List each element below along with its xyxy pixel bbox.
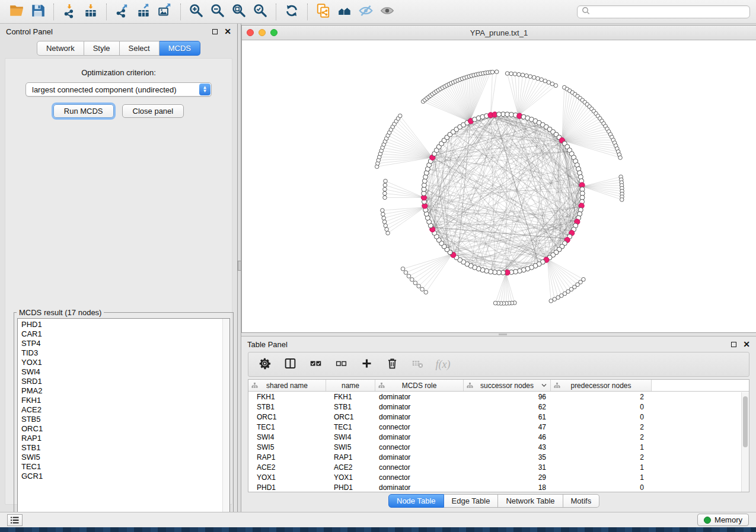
mcds-result-item[interactable]: RAP1	[18, 434, 222, 443]
cell-pred: 0	[551, 403, 652, 411]
zoom-out-button[interactable]	[207, 2, 228, 21]
search-box[interactable]	[577, 5, 750, 18]
network-graph[interactable]	[242, 40, 756, 332]
application-window: Control Panel ✕ NetworkStyleSelectMCDS O…	[0, 0, 756, 527]
mcds-result-item[interactable]: YOX1	[18, 358, 222, 367]
table-row[interactable]: ACE2ACE2connector311	[248, 462, 749, 472]
close-window-icon[interactable]	[247, 29, 254, 36]
zoom-selected-button[interactable]	[250, 2, 271, 21]
tab-style[interactable]: Style	[84, 41, 120, 56]
table-row[interactable]: TEC1TEC1connector472	[248, 422, 749, 432]
cell-succ: 62	[464, 403, 551, 411]
check-all-button[interactable]	[308, 357, 323, 371]
minimize-window-icon[interactable]	[259, 29, 266, 36]
table-panel-tabs: Node TableEdge TableNetwork TableMotifs	[388, 494, 599, 508]
uncheck-all-button[interactable]	[334, 357, 348, 371]
memory-button[interactable]: Memory	[697, 514, 749, 526]
hide-selected-button[interactable]	[355, 2, 377, 21]
tab-node-table[interactable]: Node Table	[388, 494, 444, 508]
criterion-select[interactable]: largest connected component (undirected)…	[25, 82, 212, 97]
status-bar: Memory	[0, 512, 756, 527]
mcds-result-item[interactable]: TID3	[18, 348, 222, 358]
horizontal-splitter-handle[interactable]	[499, 334, 507, 335]
mcds-result-item[interactable]: ACE2	[18, 405, 222, 415]
cell-pred: 0	[551, 483, 652, 492]
table-row[interactable]: ORC1ORC1dominator610	[248, 412, 749, 422]
mcds-result-item[interactable]: SWI4	[18, 367, 222, 377]
table-row[interactable]: SWI5SWI5connector431	[248, 442, 749, 452]
show-all-button[interactable]	[377, 2, 398, 21]
mcds-result-item[interactable]: ORC1	[18, 424, 222, 434]
tab-mcds[interactable]: MCDS	[160, 41, 200, 56]
mcds-result-item[interactable]: SWI5	[18, 453, 222, 462]
export-network-button[interactable]	[111, 2, 133, 21]
table-scrollbar[interactable]	[741, 392, 749, 492]
search-input[interactable]	[593, 7, 745, 16]
mcds-result-item[interactable]: PHD1	[18, 320, 222, 329]
tab-edge-table[interactable]: Edge Table	[444, 494, 499, 508]
export-table-button[interactable]	[133, 2, 154, 21]
mcds-result-item[interactable]: STP4	[18, 339, 222, 348]
mcds-result-item[interactable]: GCR1	[18, 472, 222, 481]
zoom-in-button[interactable]	[186, 2, 207, 21]
zoom-fit-button[interactable]	[228, 2, 250, 21]
import-network-button[interactable]	[59, 2, 80, 21]
mcds-result-item[interactable]: SRD1	[18, 377, 222, 386]
node-table: shared namenameMCDS rolesuccessor nodesp…	[248, 379, 749, 492]
mcds-result-item[interactable]: PMA2	[18, 386, 222, 396]
refresh-button[interactable]	[281, 2, 302, 21]
result-list-scrollbar[interactable]	[222, 319, 229, 527]
float-panel-icon[interactable]	[212, 29, 218, 34]
first-neighbors-icon	[337, 3, 352, 20]
column-header-MCDS-role[interactable]: MCDS role	[375, 380, 464, 391]
column-header-shared-name[interactable]: shared name	[248, 380, 326, 391]
float-table-panel-icon[interactable]	[731, 342, 736, 347]
first-neighbors-button[interactable]	[334, 2, 355, 21]
tab-motifs[interactable]: Motifs	[563, 494, 600, 508]
table-row[interactable]: FKH1FKH1dominator962	[248, 392, 749, 402]
maximize-window-icon[interactable]	[270, 29, 277, 36]
table-scrollbar-thumb[interactable]	[743, 396, 748, 447]
mcds-result-item[interactable]: TEC1	[18, 462, 222, 472]
import-table-button[interactable]	[80, 2, 101, 21]
run-mcds-button[interactable]: Run MCDS	[53, 104, 114, 118]
table-row[interactable]: YOX1YOX1connector291	[248, 472, 749, 482]
column-header-predecessor-nodes[interactable]: predecessor nodes	[551, 380, 652, 391]
tab-select[interactable]: Select	[120, 41, 160, 56]
mcds-result-item[interactable]: STB1	[18, 443, 222, 453]
tab-network[interactable]: Network	[37, 41, 84, 56]
cell-role: connector	[375, 423, 464, 431]
duplicate-network-button[interactable]	[312, 2, 334, 21]
export-image-button[interactable]	[154, 2, 176, 21]
close-panel-icon[interactable]: ✕	[224, 28, 231, 34]
close-panel-button[interactable]: Close panel	[122, 104, 184, 118]
select-stepper-icon: ▲▼	[199, 84, 210, 95]
mcds-result-item[interactable]: FKH1	[18, 396, 222, 405]
trash-button[interactable]	[385, 357, 399, 371]
add-button[interactable]	[359, 357, 374, 371]
cell-pred: 2	[551, 393, 652, 401]
column-header-successor-nodes[interactable]: successor nodes	[464, 380, 551, 391]
status-menu-button[interactable]	[7, 514, 23, 526]
table-row[interactable]: RAP1RAP1dominator352	[248, 452, 749, 462]
save-button[interactable]	[27, 2, 49, 21]
table-row[interactable]: PHD1PHD1dominator180	[248, 482, 749, 492]
duplicate-network-icon	[315, 3, 331, 20]
control-panel-title: Control Panel	[6, 27, 53, 36]
gear-button[interactable]	[257, 357, 272, 371]
table-row[interactable]: STB1STB1dominator620	[248, 402, 749, 412]
desktop-wallpaper	[0, 527, 756, 532]
columns-icon	[284, 357, 296, 371]
column-header-name[interactable]: name	[326, 380, 375, 391]
cell-shared: ACE2	[248, 463, 326, 472]
network-canvas[interactable]	[242, 40, 756, 332]
open-file-button[interactable]	[6, 2, 27, 21]
tab-network-table[interactable]: Network Table	[498, 494, 563, 508]
mcds-result-item[interactable]: CAR1	[18, 329, 222, 339]
close-table-panel-icon[interactable]: ✕	[743, 341, 750, 347]
columns-button[interactable]	[283, 357, 297, 371]
table-row[interactable]: SWI4SWI4dominator462	[248, 432, 749, 442]
cell-name: ACE2	[326, 463, 375, 472]
show-all-icon	[379, 3, 395, 20]
mcds-result-item[interactable]: STB5	[18, 415, 222, 424]
